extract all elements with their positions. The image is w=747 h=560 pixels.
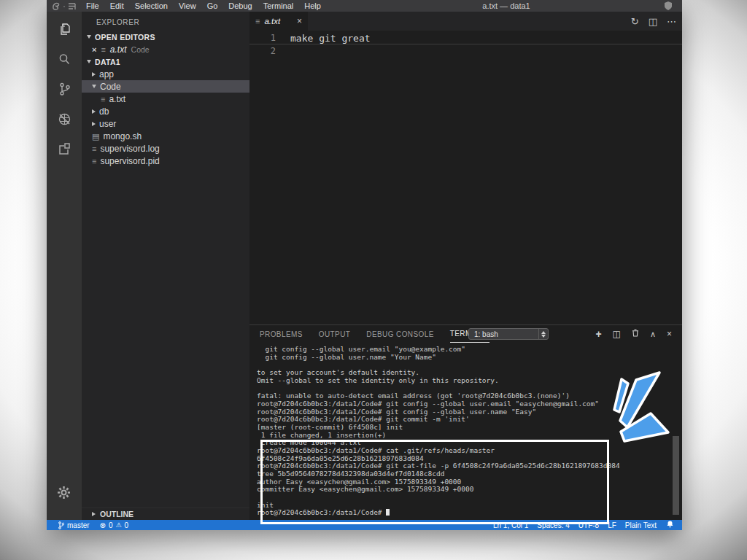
file-icon: ≡ xyxy=(255,18,260,25)
menu-item[interactable]: Terminal xyxy=(263,1,294,10)
terminal-shell-select[interactable]: 1: bash xyxy=(468,328,549,340)
file-icon: ≡ xyxy=(101,46,105,53)
chevron-right-icon xyxy=(92,72,96,77)
status-item[interactable]: Plain Text xyxy=(625,521,657,529)
split-terminal-icon[interactable]: ◫ xyxy=(613,329,621,339)
editor-content[interactable]: 1 make git great 2 xyxy=(249,31,682,324)
chevron-down-icon xyxy=(87,60,91,63)
open-editors-header[interactable]: OPEN EDITORS xyxy=(82,31,249,43)
activity-bar xyxy=(47,12,82,520)
menu-item[interactable]: Debug xyxy=(228,1,252,10)
terminal-scrollbar[interactable] xyxy=(673,436,679,515)
line-number: 2 xyxy=(249,46,276,56)
tree-item-code[interactable]: Code xyxy=(82,80,249,93)
settings-gear-icon[interactable] xyxy=(55,484,72,504)
new-terminal-icon[interactable]: + xyxy=(595,328,601,340)
notifications-bell-icon[interactable] xyxy=(667,521,673,529)
menu-bar: FileEditSelectionViewGoDebugTerminalHelp… xyxy=(47,0,682,12)
menu-items: FileEditSelectionViewGoDebugTerminalHelp xyxy=(86,1,321,10)
menu-item[interactable]: File xyxy=(86,1,99,10)
close-icon[interactable]: × xyxy=(92,45,96,54)
split-editor-icon[interactable]: ◫ xyxy=(649,16,657,27)
code-line: 2 xyxy=(249,44,682,57)
explorer-icon[interactable] xyxy=(55,20,73,38)
select-stepper-icon xyxy=(538,329,548,339)
tree-item-mongo[interactable]: ▤ mongo.sh xyxy=(82,130,249,142)
chevron-right-icon xyxy=(92,122,96,126)
tree-item-supervisord-pid[interactable]: ≡ supervisord.pid xyxy=(82,155,249,167)
code-text: make git great xyxy=(276,33,371,44)
annotation-emphasis-rays-icon xyxy=(600,365,673,452)
open-editor-item[interactable]: × ≡ a.txt Code xyxy=(82,43,249,55)
folder-section-header[interactable]: DATA1 xyxy=(82,55,249,68)
tree-item-db[interactable]: db xyxy=(82,105,249,117)
close-panel-icon[interactable]: × xyxy=(667,329,672,339)
open-editor-label: a.txt xyxy=(110,44,127,55)
menu-item[interactable]: Go xyxy=(207,1,218,10)
shield-icon xyxy=(665,1,672,12)
terminal-line: git config --global user.name "Your Name… xyxy=(257,354,682,362)
kill-terminal-icon[interactable] xyxy=(632,329,639,339)
explorer-sidebar: EXPLORER OPEN EDITORS × ≡ a.txt Code DAT… xyxy=(82,12,249,520)
menu-item[interactable]: View xyxy=(179,1,196,10)
tab-close-icon[interactable]: × xyxy=(297,16,302,26)
maximize-panel-icon[interactable]: ∧ xyxy=(650,330,656,339)
more-actions-icon[interactable]: ⋯ xyxy=(667,16,676,27)
tab-label: a.txt xyxy=(264,17,280,26)
sync-icon[interactable]: ↻ xyxy=(631,16,639,27)
source-control-icon[interactable] xyxy=(55,80,73,98)
tree-item-supervisord-log[interactable]: ≡ supervisord.log xyxy=(82,142,249,155)
menu-item[interactable]: Edit xyxy=(110,1,124,10)
tab-output[interactable]: OUTPUT xyxy=(319,325,351,343)
script-file-icon: ▤ xyxy=(92,133,99,140)
menu-item[interactable]: Help xyxy=(304,1,321,10)
problems-indicator[interactable]: ⊗ 0 ⚠ 0 xyxy=(100,521,129,529)
chevron-down-icon xyxy=(92,85,96,88)
search-icon[interactable] xyxy=(55,50,73,68)
line-number: 1 xyxy=(249,33,276,43)
tree-item-user[interactable]: user xyxy=(82,117,249,130)
tab-debug-console[interactable]: DEBUG CONSOLE xyxy=(366,325,433,343)
chevron-right-icon xyxy=(92,512,96,516)
warning-icon: ⚠ xyxy=(116,521,122,529)
file-icon: ≡ xyxy=(101,96,105,103)
extensions-icon[interactable] xyxy=(55,140,73,158)
editor-tab-bar: ≡ a.txt × ↻ ◫ ⋯ xyxy=(249,12,682,31)
chevron-down-icon xyxy=(87,35,91,39)
error-icon: ⊗ xyxy=(100,521,106,529)
tab-problems[interactable]: PROBLEMS xyxy=(260,325,303,343)
app-logo-icon xyxy=(47,1,86,11)
sidebar-title: EXPLORER xyxy=(82,12,249,31)
chevron-right-icon xyxy=(92,109,96,114)
file-icon: ≡ xyxy=(92,158,96,165)
debug-icon[interactable] xyxy=(55,110,73,128)
open-editor-description: Code xyxy=(131,45,150,54)
tab-atxt[interactable]: ≡ a.txt × xyxy=(249,12,308,31)
file-icon: ≡ xyxy=(92,145,96,152)
tree-item-app[interactable]: app xyxy=(82,68,249,80)
panel-header: PROBLEMS OUTPUT DEBUG CONSOLE TERMINAL 1… xyxy=(249,325,682,343)
window-title: a.txt — data1 xyxy=(433,1,579,10)
tree-item-atxt[interactable]: ≡ a.txt xyxy=(82,93,249,105)
branch-indicator[interactable]: master xyxy=(58,521,90,529)
outline-section-header[interactable]: OUTLINE xyxy=(82,508,249,520)
page-background: FileEditSelectionViewGoDebugTerminalHelp… xyxy=(0,0,747,560)
code-line: 1 make git great xyxy=(249,32,682,44)
menu-item[interactable]: Selection xyxy=(135,1,168,10)
annotation-highlight-box xyxy=(260,440,609,524)
